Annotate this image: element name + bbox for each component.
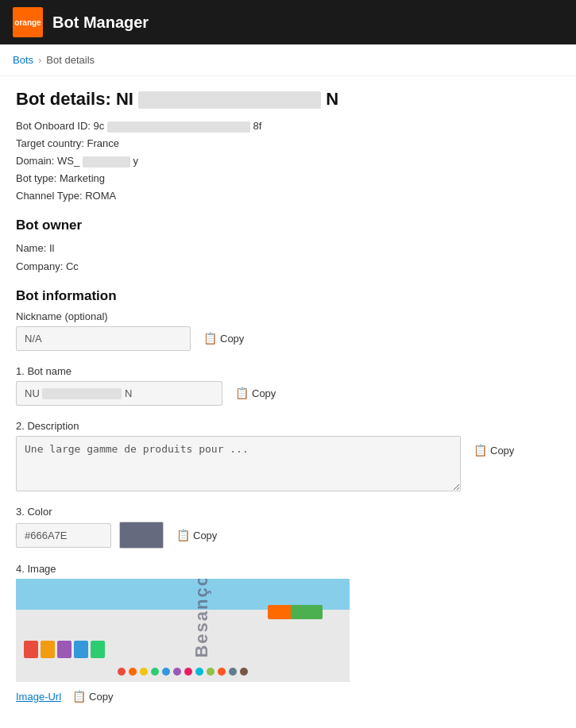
owner-company: Company: Cc <box>16 258 560 275</box>
copy-icon-description: 📋 <box>474 444 487 456</box>
description-label: 2. Description <box>16 420 560 432</box>
color-field-group: 3. Color #666A7E 📋 Copy <box>16 506 560 549</box>
color-copy-button[interactable]: 📋 Copy <box>172 526 222 545</box>
copy-icon-bot-name: 📋 <box>235 387 249 399</box>
bot-name-input: NU N <box>16 381 222 406</box>
copy-icon-color: 📋 <box>176 529 190 541</box>
bot-information-section-title: Bot information <box>16 288 560 304</box>
page-title: Bot details: NI N <box>16 89 560 110</box>
colored-dot <box>151 668 159 676</box>
description-textarea[interactable]: <span data-bind="bot_information.descrip… <box>16 436 461 491</box>
nickname-input: N/A <box>16 326 191 351</box>
image-copy-button[interactable]: 📋 Copy <box>68 687 118 706</box>
colored-dot <box>129 668 137 676</box>
breadcrumb-bots-link[interactable]: Bots <box>13 54 33 66</box>
colored-dot <box>240 668 248 676</box>
owner-name: Name: Il <box>16 240 560 257</box>
channel-type: Channel Type: ROMA <box>16 187 560 205</box>
domain: Domain: WS_ y <box>16 152 560 170</box>
image-container: Besançon <box>16 579 350 682</box>
colored-dot <box>207 668 215 676</box>
domain-hidden <box>83 156 130 168</box>
image-link-row: Image-Url 📋 Copy <box>16 687 560 706</box>
bot-name-copy-button[interactable]: 📋 Copy <box>230 383 280 403</box>
description-copy-button[interactable]: 📋 Copy <box>469 441 519 460</box>
app-title: Bot Manager <box>52 13 149 32</box>
breadcrumb-separator: › <box>38 54 41 66</box>
description-field-group: 2. Description <span data-bind="bot_info… <box>16 420 560 491</box>
color-hex-input: #666A7E <box>16 523 111 548</box>
colored-bar <box>24 641 38 658</box>
bot-owner-section-title: Bot owner <box>16 218 560 233</box>
image-field-group: 4. Image Besançon Image-Url 📋 Copy <box>16 563 560 706</box>
bot-onboard-id: Bot Onboard ID: 9c 8f <box>16 117 560 135</box>
app-header: orange Bot Manager <box>0 0 576 44</box>
image-url-link[interactable]: Image-Url <box>16 691 61 703</box>
bot-name-row: NU N 📋 Copy <box>16 381 560 406</box>
target-country: Target country: France <box>16 135 560 152</box>
color-swatch <box>119 522 164 549</box>
nickname-label: Nickname (optional) <box>16 310 560 322</box>
nickname-field-group: Nickname (optional) N/A 📋 Copy <box>16 310 560 351</box>
colored-dot <box>173 668 181 676</box>
nickname-copy-button[interactable]: 📋 Copy <box>199 329 249 348</box>
copy-icon-image: 📋 <box>72 690 86 703</box>
color-row: #666A7E 📋 Copy <box>16 522 560 549</box>
orange-logo: orange <box>13 7 43 37</box>
main-content: Bot details: NI N Bot Onboard ID: 9c 8f … <box>0 76 576 728</box>
img-colored-bars <box>24 641 105 658</box>
description-row: <span data-bind="bot_information.descrip… <box>16 436 560 491</box>
colored-bar <box>74 641 88 658</box>
bot-owner-info: Name: Il Company: Cc <box>16 240 560 275</box>
breadcrumb: Bots › Bot details <box>0 44 576 76</box>
colored-bar <box>41 641 55 658</box>
bot-name-hidden <box>42 388 122 399</box>
colored-dot <box>218 668 226 676</box>
colored-dot <box>140 668 148 676</box>
bot-name-field-group: 1. Bot name NU N 📋 Copy <box>16 365 560 406</box>
nickname-row: N/A 📋 Copy <box>16 326 560 351</box>
breadcrumb-current: Bot details <box>46 54 95 66</box>
colored-dot <box>195 668 203 676</box>
bot-type: Bot type: Marketing <box>16 170 560 187</box>
colored-dot <box>118 668 126 676</box>
bot-name-label: 1. Bot name <box>16 365 560 377</box>
copy-icon-nickname: 📋 <box>203 332 217 345</box>
colored-dot <box>184 668 192 676</box>
colored-dot <box>162 668 170 676</box>
color-label: 3. Color <box>16 506 560 518</box>
image-placeholder: Besançon <box>16 579 350 682</box>
title-hidden-middle <box>138 91 321 109</box>
colored-bar <box>57 641 72 658</box>
img-colored-dots <box>118 668 248 676</box>
image-label: 4. Image <box>16 563 560 575</box>
colored-dot <box>229 668 237 676</box>
onboard-id-hidden <box>107 121 250 133</box>
colored-bar <box>91 641 105 658</box>
img-sign2 <box>291 605 323 619</box>
bot-meta-info: Bot Onboard ID: 9c 8f Target country: Fr… <box>16 117 560 205</box>
img-text-overlay: Besançon <box>191 579 211 658</box>
